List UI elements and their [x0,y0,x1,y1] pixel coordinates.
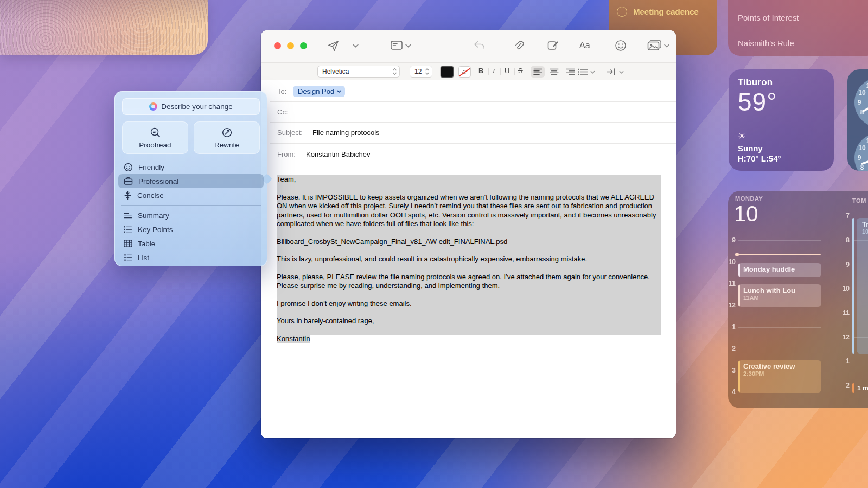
compose-button[interactable] [547,40,559,52]
list-icon [124,254,132,261]
notes-divider [738,3,868,3]
photos-chevron-icon[interactable] [664,44,669,48]
rewrite-button[interactable]: Rewrite [194,121,260,154]
format-option-list[interactable]: List [118,251,264,265]
describe-change-label: Describe your change [161,102,232,111]
svg-text:10: 10 [858,89,866,97]
italic-button[interactable]: I [493,67,495,75]
message-body-editor[interactable]: Team, Please. It is IMPOSSIBLE to keep a… [261,165,676,438]
indent-button[interactable] [607,68,616,76]
send-options-chevron-icon[interactable] [353,44,359,48]
hour-label: 7 [842,213,850,219]
format-option-label: Key Points [138,226,173,234]
calendar-event[interactable]: Monday huddle [738,263,821,277]
reminder-label: Meeting cadence [633,7,699,16]
style-option-professional[interactable]: Professional [118,174,264,188]
calendar-event[interactable]: Trip 10A [857,218,868,354]
reminder-item[interactable]: Meeting cadence [617,7,699,17]
stepper-icon [392,67,397,76]
body-paragraph: Billboard_CrosbySt_NewCampaign_Final_v81… [277,237,661,247]
align-left-button[interactable] [531,66,545,78]
calendar-widget[interactable]: MONDAY 10 9 10 11 12 1 2 3 4 Monday hudd… [728,191,868,408]
hour-gridline [738,240,821,241]
send-button[interactable] [327,40,340,52]
subject-label: Subject: [277,129,303,137]
hour-label: 4 [728,389,736,395]
font-family-select[interactable]: Helvetica [317,66,400,78]
hour-label: 1 [842,358,850,364]
strikethrough-button[interactable]: S [518,67,523,75]
minimize-button[interactable] [287,42,294,49]
from-field[interactable]: From: Konstantin Babichev [261,143,676,165]
proofread-button[interactable]: Proofread [122,121,188,154]
bold-button[interactable]: B [478,67,483,75]
header-fields-chevron-icon[interactable] [405,44,411,48]
format-button[interactable]: Aa [579,41,590,50]
indent-chevron-icon[interactable] [619,70,624,74]
format-option-key-points[interactable]: Key Points [118,222,264,236]
notes-widget[interactable]: Points of Interest Naismith's Rule [728,0,868,56]
subject-value: File naming protocols [312,129,380,137]
format-bar: Helvetica 12 a B I U S [261,62,676,80]
event-title: Lunch with Lou [743,286,821,294]
hour-label: 2 [728,345,736,352]
highlight-color-swatch[interactable]: a [458,66,471,78]
header-fields-button[interactable] [390,40,403,51]
format-option-summary[interactable]: Summary [118,208,264,222]
format-option-table[interactable]: Table [118,236,264,251]
hour-gridline [738,327,821,328]
reminder-checkbox[interactable] [617,7,627,17]
world-clock-widget[interactable]: 11 10 9 8 7 11 10 9 8 7 [847,69,868,171]
calendar-event[interactable]: Creative review 2:30PM [738,360,821,393]
align-right-button[interactable] [563,66,577,78]
event-color-bar [852,218,854,354]
align-center-button[interactable] [547,66,561,78]
writing-tools-popover: Describe your change Proofread Rewrite F… [114,91,267,266]
zoom-button[interactable] [300,42,307,49]
svg-text:8: 8 [860,164,864,171]
list-style-chevron-icon[interactable] [590,70,595,74]
photo-widget[interactable] [0,0,208,55]
cc-field[interactable]: Cc: [261,101,676,122]
note-item[interactable]: Points of Interest [738,13,799,22]
professional-icon [124,177,133,185]
text-color-swatch[interactable] [441,66,454,78]
close-button[interactable] [274,42,281,49]
table-icon [124,240,132,247]
describe-change-field[interactable]: Describe your change [122,98,260,115]
hour-label: 10 [728,259,736,265]
photos-button[interactable] [647,40,662,51]
list-style-button[interactable] [578,68,588,75]
attach-button[interactable] [513,40,525,52]
style-option-concise[interactable]: Concise [118,188,264,202]
hour-label: 9 [842,261,850,268]
proofread-icon [150,127,161,138]
event-time: 2:30PM [743,370,821,377]
event-color-bar [852,383,854,393]
to-field[interactable]: To: Design Pod [261,81,676,101]
calendar-date: 10 [734,202,758,226]
body-paragraph: Team, [277,175,661,184]
rewrite-label: Rewrite [214,141,239,149]
calendar-day-label: MONDAY [735,195,763,202]
body-paragraph: Please, please, PLEASE review the file n… [277,273,661,291]
reminder-divider [631,28,712,28]
style-option-label: Friendly [138,163,164,171]
weather-widget[interactable]: Tiburon 59° ☀ Sunny H:70° L:54° [729,69,834,171]
font-size-select[interactable]: 12 [410,66,432,78]
event-title[interactable]: 1 m [857,384,868,392]
hour-label: 10 [842,285,850,292]
calendar-event[interactable]: Lunch with Lou 11AM [738,284,821,307]
hour-label: 9 [728,237,736,243]
recipient-name: Design Pod [298,87,334,95]
underline-button[interactable]: U [505,67,509,75]
hour-label: 11 [842,310,850,316]
style-option-friendly[interactable]: Friendly [118,160,264,174]
menu-divider [121,205,261,206]
note-item[interactable]: Naismith's Rule [738,38,794,48]
event-title: Monday huddle [743,265,821,273]
subject-field[interactable]: Subject: File naming protocols [261,122,676,143]
emoji-button[interactable] [615,40,627,52]
calendar-tomorrow-label: TOM [852,197,866,204]
to-recipient-token[interactable]: Design Pod [293,86,345,97]
